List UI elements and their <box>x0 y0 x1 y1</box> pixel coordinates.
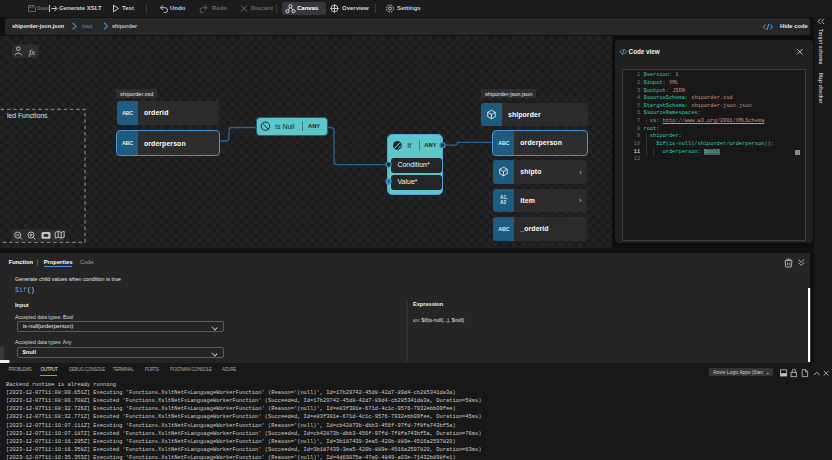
svg-text:fx: fx <box>29 47 35 57</box>
